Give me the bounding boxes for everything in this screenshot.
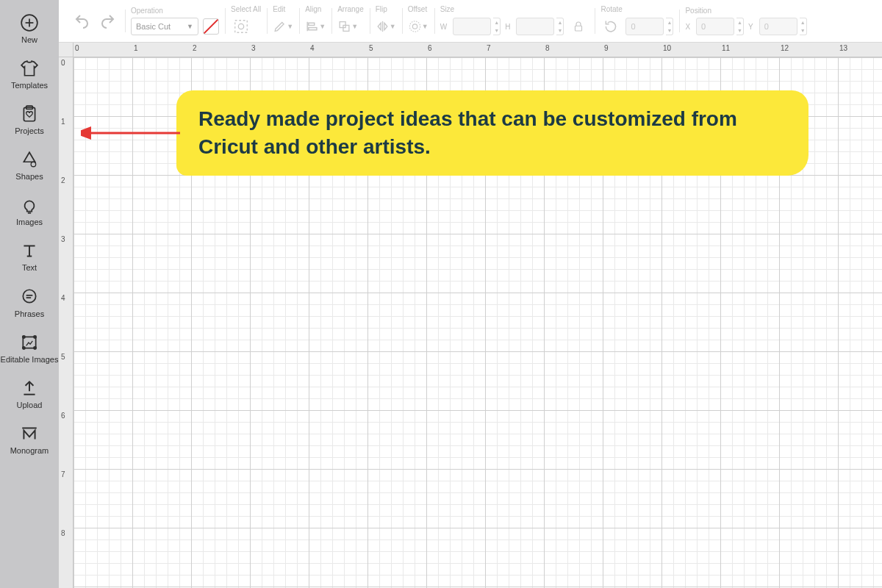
svg-point-10: [23, 290, 35, 302]
group-title: Arrange: [337, 5, 364, 13]
redo-button[interactable]: [96, 10, 119, 33]
width-input[interactable]: [453, 18, 491, 35]
ruler-tick: 7: [61, 470, 65, 478]
speech-bubble-icon: [20, 287, 39, 306]
svg-rect-13: [23, 337, 35, 348]
edit-button[interactable]: ▼: [273, 16, 293, 37]
svg-point-29: [409, 21, 420, 32]
group-title: Rotate: [600, 5, 622, 13]
height-stepper[interactable]: ▲▼: [556, 18, 564, 35]
offset-button[interactable]: ▼: [408, 16, 429, 37]
main-area: Operation Basic Cut ▼ Select All Edit ▼: [59, 0, 882, 588]
width-stepper[interactable]: ▲▼: [493, 18, 501, 35]
ruler-tick: 3: [61, 235, 65, 243]
sidebar-item-upload[interactable]: Upload: [0, 373, 59, 417]
arrange-icon: [337, 19, 351, 34]
sidebar-item-monogram[interactable]: Monogram: [0, 418, 59, 462]
design-canvas[interactable]: Ready made project ideas that can be cus…: [74, 57, 882, 588]
ruler-tick: 8: [545, 44, 550, 52]
ruler-tick: 0: [61, 59, 65, 67]
clipboard-heart-icon: [20, 104, 39, 123]
sidebar-item-images[interactable]: Images: [0, 190, 59, 234]
group-title: Align: [305, 5, 321, 13]
group-title: Offset: [408, 5, 428, 13]
lock-aspect-button[interactable]: [568, 16, 589, 37]
height-label: H: [505, 23, 510, 31]
sidebar-item-phrases[interactable]: Phrases: [0, 282, 59, 326]
svg-rect-27: [343, 25, 349, 31]
ruler-tick: 0: [75, 44, 79, 52]
height-input[interactable]: [516, 18, 554, 35]
sidebar-item-label: Images: [16, 218, 43, 226]
color-swatch[interactable]: [203, 18, 219, 35]
ruler-horizontal: 01234567891011121314: [74, 43, 882, 57]
sidebar-item-label: Projects: [15, 126, 44, 135]
ruler-tick: 10: [663, 44, 671, 52]
editable-image-icon: [20, 333, 39, 352]
svg-rect-25: [309, 28, 317, 30]
chevron-down-icon: ▼: [351, 23, 358, 30]
sidebar-item-shapes[interactable]: Shapes: [0, 144, 59, 188]
operation-value: Basic Cut: [136, 22, 171, 31]
sidebar-item-editable-images[interactable]: Editable Images: [0, 327, 59, 371]
left-sidebar: New Templates Projects Shapes Images Tex…: [0, 0, 59, 588]
chevron-down-icon: ▼: [422, 23, 429, 30]
align-group: Align ▼: [301, 4, 330, 38]
sidebar-item-projects[interactable]: Projects: [0, 98, 59, 143]
ruler-tick: 1: [134, 44, 138, 52]
y-input[interactable]: [759, 18, 797, 35]
ruler-tick: 6: [428, 44, 432, 52]
offset-group: Offset ▼: [404, 4, 433, 38]
svg-rect-24: [309, 23, 315, 25]
app-root: New Templates Projects Shapes Images Tex…: [0, 0, 882, 588]
upload-icon: [20, 379, 39, 398]
rotate-input[interactable]: [625, 18, 664, 35]
width-label: W: [440, 23, 447, 31]
ruler-tick: 7: [487, 44, 491, 52]
redo-icon: [98, 12, 116, 30]
selectall-group: Select All: [226, 4, 265, 38]
sidebar-item-templates[interactable]: Templates: [0, 53, 59, 97]
undo-icon: [74, 12, 91, 30]
plus-circle-icon: [20, 13, 39, 32]
sidebar-item-text[interactable]: Text: [0, 235, 59, 279]
arrange-group: Arrange ▼: [333, 4, 368, 38]
rotate-group: Rotate ▲▼: [596, 4, 678, 38]
ruler-tick: 6: [61, 412, 65, 420]
flip-button[interactable]: ▼: [376, 16, 396, 37]
rotate-button[interactable]: [600, 16, 621, 37]
sidebar-item-new[interactable]: New: [0, 7, 59, 51]
ruler-vertical: 0123456789: [59, 57, 74, 588]
sidebar-item-label: Monogram: [10, 446, 49, 455]
y-stepper[interactable]: ▲▼: [800, 18, 807, 35]
x-input[interactable]: [696, 18, 734, 35]
operation-select[interactable]: Basic Cut ▼: [131, 18, 198, 35]
x-stepper[interactable]: ▲▼: [736, 18, 744, 35]
svg-rect-26: [340, 22, 345, 28]
annotation-callout: Ready made project ideas that can be cus…: [176, 90, 808, 176]
sidebar-item-label: Phrases: [15, 309, 44, 318]
group-title: Select All: [231, 5, 261, 13]
monogram-icon: [20, 424, 39, 443]
ruler-tick: 9: [604, 44, 609, 52]
sidebar-item-label: Shapes: [15, 172, 43, 181]
chevron-down-icon: ▼: [187, 23, 193, 30]
svg-point-30: [412, 24, 417, 29]
lock-icon: [572, 20, 585, 33]
select-all-button[interactable]: [231, 16, 251, 37]
align-button[interactable]: ▼: [305, 16, 326, 37]
svg-rect-21: [235, 21, 248, 33]
size-group: Size W ▲▼ H ▲▼: [436, 4, 594, 38]
sidebar-item-label: Text: [22, 263, 37, 272]
rotate-stepper[interactable]: ▲▼: [666, 18, 673, 35]
group-title: Edit: [273, 5, 285, 13]
annotation-text: Ready made project ideas that can be cus…: [176, 90, 808, 176]
undo-button[interactable]: [71, 10, 94, 33]
pencil-icon: [273, 19, 287, 34]
sidebar-item-label: Editable Images: [1, 355, 59, 364]
ruler-tick: 4: [310, 44, 315, 52]
x-label: X: [685, 23, 690, 31]
sidebar-item-label: New: [21, 35, 37, 44]
arrange-button[interactable]: ▼: [337, 16, 358, 37]
ruler-tick: 8: [61, 529, 65, 537]
